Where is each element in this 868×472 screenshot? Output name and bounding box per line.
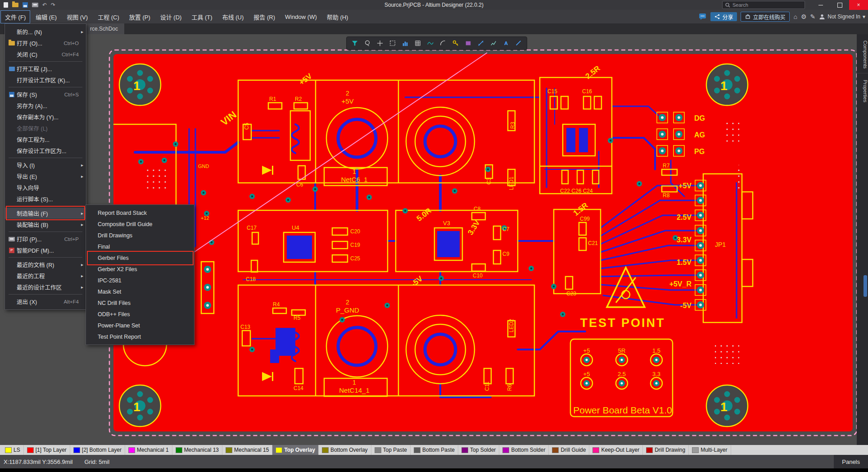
graph-icon[interactable] xyxy=(488,38,499,48)
share-button[interactable]: 分享 xyxy=(710,12,737,21)
undo-icon[interactable]: ↶ xyxy=(42,2,47,8)
menu-item-save-copy-as[interactable]: 保存副本为 (Y)... xyxy=(5,111,86,123)
key-icon[interactable] xyxy=(450,38,461,48)
menu-item-new[interactable]: 新的... (N)▸ xyxy=(5,26,86,37)
menu-edit[interactable]: 编辑 (E) xyxy=(31,10,61,23)
menu-item-save[interactable]: 保存 (S)Ctrl+S xyxy=(5,89,86,100)
menu-route[interactable]: 布线 (U) xyxy=(218,10,249,23)
grid-icon[interactable] xyxy=(412,38,423,48)
room-icon[interactable] xyxy=(463,38,474,48)
layer-tab-ls[interactable]: LS xyxy=(2,445,24,455)
menu-item-import[interactable]: 导入 (I)▸ xyxy=(5,159,86,171)
submenu-item-gerber-x2-files[interactable]: Gerber X2 Files xyxy=(86,263,194,275)
layer-tab-top-paste[interactable]: Top Paste xyxy=(371,445,411,455)
layer-tab-keep-out[interactable]: Keep-Out Layer xyxy=(589,445,643,455)
redo-icon[interactable]: ↷ xyxy=(51,2,55,8)
menu-item-export[interactable]: 导出 (E)▸ xyxy=(5,171,86,182)
layer-tab-bottom-overlay[interactable]: Bottom Overlay xyxy=(319,445,371,455)
layer-tab-top-solder[interactable]: Top Solder xyxy=(458,445,499,455)
menu-item-import-wizard[interactable]: 导入向导 xyxy=(5,182,86,193)
menu-item-recent-documents[interactable]: 最近的文档 (R)▸ xyxy=(5,259,86,270)
submenu-item-odb-files[interactable]: ODB++ Files xyxy=(86,309,194,320)
submenu-item-final[interactable]: Final xyxy=(86,241,194,252)
pdf-icon: P xyxy=(9,248,14,253)
menu-item-assembly-outputs[interactable]: 装配输出 (B)▸ xyxy=(5,219,86,230)
menu-item-open[interactable]: 打开 (O)...Ctrl+O xyxy=(5,37,86,49)
menu-reports[interactable]: 报告 (R) xyxy=(249,10,280,23)
layer-tab-top-overlay[interactable]: Top Overlay xyxy=(272,445,318,455)
buy-online-button[interactable]: 立即在线购买 xyxy=(741,12,790,22)
submenu-item-composite-drill-guide[interactable]: Composite Drill Guide xyxy=(86,218,194,230)
layer-tab-bottom-layer[interactable]: [2] Bottom Layer xyxy=(70,445,125,455)
submenu-item-gerber-files[interactable]: Gerber Files xyxy=(86,252,194,263)
lasso-icon[interactable] xyxy=(362,38,373,48)
layer-tab-mechanical-1[interactable]: Mechanical 1 xyxy=(125,445,172,455)
menu-tools[interactable]: 工具 (T) xyxy=(187,10,217,23)
menu-file[interactable]: 文件 (F) xyxy=(0,10,30,23)
bar-chart-icon[interactable] xyxy=(400,38,411,48)
sign-in-control[interactable]: Not Signed In ▾ xyxy=(819,14,865,20)
menu-place[interactable]: 放置 (P) xyxy=(125,10,155,23)
menu-item-open-workspace[interactable]: 打开设计工作区 (K)... xyxy=(5,74,86,86)
layer-tab-drill-guide[interactable]: Drill Guide xyxy=(549,445,589,455)
menu-item-close[interactable]: 关闭 (C)Ctrl+F4 xyxy=(5,49,86,60)
save-icon xyxy=(9,92,14,97)
menu-item-print[interactable]: 打印 (P)...Ctrl+P xyxy=(5,233,86,245)
menu-item-save-workspace-as[interactable]: 保存设计工作区为... xyxy=(5,145,86,156)
tab-properties[interactable]: Properties xyxy=(857,75,868,107)
jump-crosshair-icon[interactable] xyxy=(375,38,385,48)
tab-components[interactable]: Components xyxy=(857,36,868,73)
menu-item-recent-workspaces[interactable]: 最近的设计工作区▸ xyxy=(5,281,86,293)
menu-help[interactable]: 帮助 (H) xyxy=(322,10,353,23)
menu-item-recent-projects[interactable]: 最近的工程▸ xyxy=(5,270,86,281)
panels-button[interactable]: Panels xyxy=(834,455,868,468)
line-icon[interactable] xyxy=(513,38,524,48)
menu-project[interactable]: 工程 (C) xyxy=(93,10,124,23)
open-folder-icon[interactable] xyxy=(12,3,18,7)
submenu-item-power-plane-set[interactable]: Power-Plane Set xyxy=(86,320,194,331)
menu-item-save-project-as[interactable]: 保存工程为... xyxy=(5,134,86,145)
menu-item-run-script[interactable]: 运行脚本 (S)... xyxy=(5,193,86,204)
submenu-item-mask-set[interactable]: Mask Set xyxy=(86,286,194,297)
menu-item-smart-pdf[interactable]: P智能PDF (M)... xyxy=(5,245,86,256)
filter-icon[interactable] xyxy=(349,38,360,48)
menu-item-exit[interactable]: 退出 (X)Alt+F4 xyxy=(5,296,86,307)
close-button[interactable]: × xyxy=(849,0,868,10)
submenu-item-test-point-report[interactable]: Test Point Report xyxy=(86,331,194,342)
submenu-item-report-board-stack[interactable]: Report Board Stack xyxy=(86,207,194,218)
minimize-button[interactable] xyxy=(811,0,830,10)
layer-tab-drill-drawing[interactable]: Drill Drawing xyxy=(643,445,689,455)
settings-gear-icon[interactable]: ⚙ xyxy=(801,13,807,20)
measure-icon[interactable] xyxy=(475,38,486,48)
layer-tab-mechanical-15[interactable]: Mechanical 15 xyxy=(222,445,272,455)
svg-text:C20: C20 xyxy=(350,228,360,235)
search-input[interactable]: Search xyxy=(722,1,805,9)
menu-item-fabrication-outputs[interactable]: 制造输出 (F)▸ xyxy=(5,208,86,219)
print-icon[interactable] xyxy=(32,3,38,7)
vertical-scrollbar-thumb[interactable] xyxy=(863,275,867,297)
submenu-item-drill-drawings[interactable]: Drill Drawings xyxy=(86,230,194,241)
arc-icon[interactable] xyxy=(438,38,448,48)
layer-tab-mechanical-13[interactable]: Mechanical 13 xyxy=(172,445,222,455)
pcb-board[interactable] xyxy=(109,50,857,436)
text-icon[interactable]: A xyxy=(501,38,511,48)
new-document-icon[interactable] xyxy=(4,2,8,8)
submenu-item-ipc-2581[interactable]: IPC-2581 xyxy=(86,275,194,286)
layer-tab-bottom-paste[interactable]: Bottom Paste xyxy=(411,445,458,455)
menu-window[interactable]: Window (W) xyxy=(280,11,321,23)
save-icon[interactable] xyxy=(23,2,28,8)
home-icon[interactable]: ⌂ xyxy=(793,13,797,20)
customize-pen-icon[interactable]: ✎ xyxy=(810,13,816,20)
comment-icon[interactable] xyxy=(699,13,707,20)
menu-view[interactable]: 视图 (V) xyxy=(62,10,92,23)
menu-design[interactable]: 设计 (D) xyxy=(156,10,186,23)
layer-tab-multi-layer[interactable]: Multi-Layer xyxy=(689,445,731,455)
submenu-item-nc-drill-files[interactable]: NC Drill Files xyxy=(86,297,194,309)
menu-item-open-project[interactable]: 打开工程 (J)... xyxy=(5,63,86,74)
menu-item-save-as[interactable]: 另存为 (A)... xyxy=(5,100,86,111)
layer-tab-bottom-solder[interactable]: Bottom Solder xyxy=(499,445,549,455)
maximize-button[interactable] xyxy=(830,0,849,10)
layer-tab-top-layer[interactable]: [1] Top Layer xyxy=(24,445,70,455)
select-region-icon[interactable] xyxy=(387,38,398,48)
wave-icon[interactable] xyxy=(425,38,436,48)
